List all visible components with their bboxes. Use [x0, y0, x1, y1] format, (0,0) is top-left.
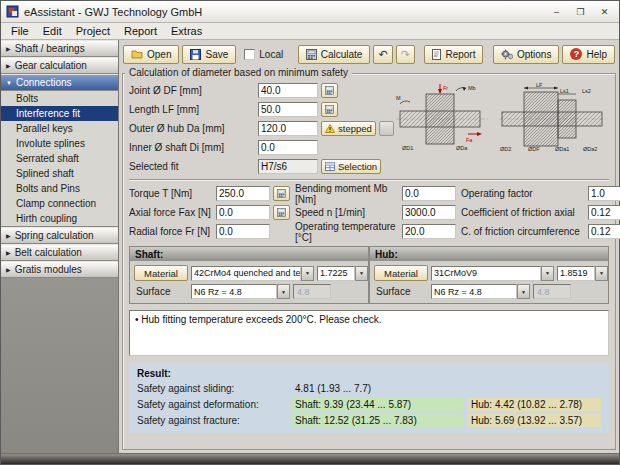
chevron-down-icon[interactable]: ▼: [541, 266, 554, 281]
shaft-surface-value[interactable]: N6 Rz = 4.8: [191, 284, 277, 299]
menu-extras[interactable]: Extras: [164, 24, 209, 38]
save-button[interactable]: Save: [182, 45, 236, 64]
shaft-material-value[interactable]: 42CrMo4 quenched and temp...: [191, 266, 301, 281]
statusbar: [1, 453, 619, 464]
chevron-down-icon[interactable]: ▼: [277, 284, 290, 299]
friction-axial-input[interactable]: [588, 205, 620, 220]
chevron-down-icon[interactable]: ▼: [301, 266, 314, 281]
sidebar-section-connections[interactable]: ▼ Connections: [1, 74, 118, 91]
chevron-down-icon[interactable]: ▼: [355, 266, 368, 281]
torque-input[interactable]: [216, 186, 270, 201]
hub-material-button[interactable]: Material: [374, 265, 428, 281]
hub-material-value[interactable]: 31CrMoV9: [431, 266, 541, 281]
chevron-right-icon: ▶: [6, 45, 11, 52]
hub-surface-label: Surface: [374, 286, 428, 297]
sidebar-item-parallel-keys[interactable]: Parallel keys: [1, 121, 118, 136]
loads-section: Torque T [Nm] Axial force Fax [N] Radial…: [129, 185, 609, 240]
sliding-safety-label: Safety against sliding:: [137, 383, 287, 394]
sidebar-item-bolts-and-pins[interactable]: Bolts and Pins: [1, 181, 118, 196]
sidebar-section-shaft-bearings[interactable]: ▶ Shaft / bearings: [1, 40, 118, 57]
torque-calc-button[interactable]: [273, 186, 290, 201]
sidebar-item-involute-splines[interactable]: Involute splines: [1, 136, 118, 151]
undo-button[interactable]: ↶: [373, 45, 392, 64]
options-button[interactable]: Options: [493, 45, 559, 64]
stepped-detail-button[interactable]: [379, 121, 394, 136]
shaft-panel: Shaft: Material 42CrMo4 quenched and tem…: [129, 246, 369, 304]
sidebar-item-clamp-connection[interactable]: Clamp connection: [1, 196, 118, 211]
shaft-material-button[interactable]: Material: [134, 265, 188, 281]
joint-diameter-input[interactable]: [258, 83, 318, 98]
length-calc-button[interactable]: [321, 102, 338, 117]
sidebar-section-gratis-modules[interactable]: ▶ Gratis modules: [1, 261, 118, 278]
hub-roughness-field: 4.8: [533, 284, 571, 299]
inner-shaft-diameter-input[interactable]: [258, 140, 318, 155]
axial-force-input[interactable]: [216, 205, 270, 220]
joint-diameter-calc-button[interactable]: [321, 83, 338, 98]
load-diagram: Fr Mb Fa M ØD1 ØDa: [394, 82, 490, 154]
close-button[interactable]: ✕: [595, 4, 614, 19]
shaft-material-number-value[interactable]: 1.7225: [317, 266, 355, 281]
sidebar-item-splined-shaft[interactable]: Splined shaft: [1, 166, 118, 181]
operating-factor-input[interactable]: [588, 186, 620, 201]
divider: [129, 179, 609, 181]
menu-file[interactable]: File: [4, 24, 36, 38]
window-title: eAssistant - GWJ Technology GmbH: [24, 6, 542, 18]
menu-report[interactable]: Report: [117, 24, 164, 38]
length-input[interactable]: [258, 102, 318, 117]
fracture-safety-label: Safety against fracture:: [137, 415, 287, 426]
svg-text:ØD2: ØD2: [500, 146, 511, 152]
local-checkbox[interactable]: [244, 49, 255, 60]
hub-material-number-value[interactable]: 1.8519: [557, 266, 595, 281]
svg-text:Ls2: Ls2: [582, 88, 591, 94]
calculate-button[interactable]: Calculate: [298, 45, 371, 64]
sidebar-section-label: Spring calculation: [15, 230, 94, 241]
operating-temperature-input[interactable]: [402, 224, 456, 239]
sidebar-section-label: Connections: [16, 77, 72, 88]
message-box: • Hub fitting temperature exceeds 200°C.…: [129, 310, 609, 356]
hub-material-combo: 31CrMoV9 ▼: [431, 266, 554, 281]
friction-axial-label: Coefficient of friction axial: [461, 207, 585, 218]
result-title: Result:: [137, 368, 601, 379]
stepped-button[interactable]: stepped: [321, 121, 376, 136]
svg-text:Mb: Mb: [468, 85, 476, 91]
radial-force-label: Radial force Fr [N]: [129, 226, 213, 237]
chevron-right-icon: ▶: [6, 62, 11, 69]
sidebar-item-bolts[interactable]: Bolts: [1, 91, 118, 106]
hub-surface-value[interactable]: N6 Rz = 4.8: [431, 284, 517, 299]
operating-temperature-label: Operating temperature [°C]: [295, 221, 399, 243]
menubar: File Edit Project Report Extras: [1, 23, 619, 40]
sidebar: ▶ Shaft / bearings ▶ Gear calculation ▼ …: [1, 40, 119, 453]
table-grid-icon: [325, 162, 335, 171]
axial-force-calc-button[interactable]: [273, 205, 290, 220]
menu-project[interactable]: Project: [69, 24, 117, 38]
interference-fit-diagram: Fr Mb Fa M ØD1 ØDa: [394, 82, 610, 154]
sidebar-section-spring-calculation[interactable]: ▶ Spring calculation: [1, 227, 118, 244]
sidebar-section-belt-calculation[interactable]: ▶ Belt calculation: [1, 244, 118, 261]
shaft-panel-title: Shaft:: [130, 247, 368, 261]
outer-hub-diameter-input[interactable]: [258, 121, 318, 136]
bending-moment-input[interactable]: [402, 186, 456, 201]
local-label: Local: [259, 49, 283, 60]
sidebar-item-hirth-coupling[interactable]: Hirth coupling: [1, 211, 118, 226]
fracture-hub-value: Hub: 5.69 (13.92 ... 3.57): [467, 414, 601, 427]
fit-selection-button[interactable]: Selection: [321, 159, 381, 174]
selected-fit-label: Selected fit: [129, 161, 255, 172]
menu-edit[interactable]: Edit: [36, 24, 69, 38]
minimize-button[interactable]: –: [547, 4, 566, 19]
main-area: Open Save Local Calculate ↶: [119, 40, 619, 453]
sidebar-section-gear-calculation[interactable]: ▶ Gear calculation: [1, 57, 118, 74]
help-button[interactable]: ? Help: [562, 45, 615, 64]
maximize-button[interactable]: ❐: [571, 4, 590, 19]
sidebar-item-interference-fit[interactable]: Interference fit: [1, 106, 118, 121]
report-button[interactable]: Report: [424, 45, 483, 64]
speed-input[interactable]: [402, 205, 456, 220]
friction-circumference-input[interactable]: [588, 224, 620, 239]
radial-force-input[interactable]: [216, 224, 270, 239]
chevron-down-icon[interactable]: ▼: [595, 266, 608, 281]
chevron-down-icon[interactable]: ▼: [517, 284, 530, 299]
redo-button[interactable]: ↷: [396, 45, 415, 64]
open-button[interactable]: Open: [123, 45, 179, 64]
deformation-shaft-value: Shaft: 9.39 (23.44 ... 5.87): [291, 398, 463, 411]
sidebar-item-serrated-shaft[interactable]: Serrated shaft: [1, 151, 118, 166]
local-checkbox-group: Local: [239, 49, 288, 60]
